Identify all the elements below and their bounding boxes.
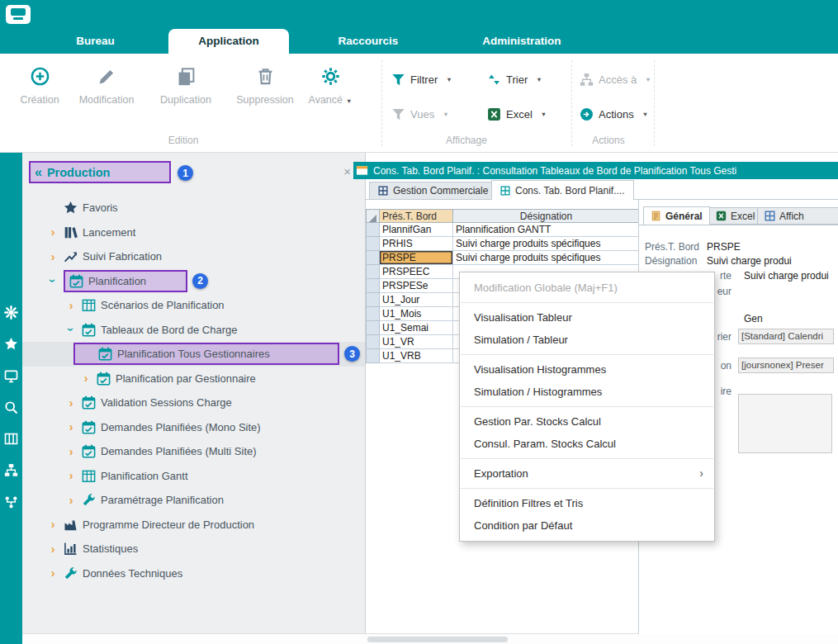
row-selector[interactable] [367, 293, 380, 307]
row-selector[interactable] [367, 223, 380, 237]
desktop-icon[interactable] [4, 369, 18, 383]
tree-item-demandes-planifiees-mono-site[interactable]: Demandes Planifiées (Mono Site) [22, 415, 366, 440]
menu-tab-bureau[interactable]: Bureau [48, 29, 143, 54]
detail-tab-affichage[interactable]: Affich [757, 207, 838, 225]
modification-button[interactable]: Modification [70, 64, 143, 106]
menu-tab-administration[interactable]: Administration [469, 29, 575, 54]
context-menu-item-consul-param-stocks-calcul[interactable]: Consul. Param. Stocks Calcul [460, 433, 714, 455]
column-header-pres-t-bord[interactable]: Prés.T. Bord [380, 210, 453, 223]
cell-code-selected[interactable]: PRSPE [380, 251, 453, 265]
tree-item-donnees-techniques[interactable]: Données Techniques [22, 561, 366, 586]
row-selector[interactable] [367, 321, 380, 335]
excel-button[interactable]: Excel ▼ [487, 102, 547, 125]
cell-code[interactable]: U1_Jour [380, 293, 453, 307]
tab-gestion-commerciale[interactable]: Gestion Commerciale ... [369, 182, 509, 199]
chevron-right-icon[interactable] [65, 299, 77, 312]
condition-field[interactable]: [joursnonex] Preser [738, 358, 834, 373]
cell-code[interactable]: PRSPESe [380, 279, 453, 293]
tree-item-tableaux-bord-charge[interactable]: Tableaux de Bord de Charge [22, 318, 366, 343]
chevron-right-icon[interactable] [47, 518, 59, 531]
row-selector[interactable] [367, 265, 380, 279]
suppression-button[interactable]: Suppression [229, 64, 301, 106]
cell-code[interactable]: PlannifGan [380, 223, 453, 237]
cell-code[interactable]: U1_Mois [380, 307, 453, 321]
workflow-icon[interactable] [4, 495, 18, 509]
tree-item-lancement[interactable]: Lancement [22, 220, 366, 245]
cell-designation[interactable]: Suivi charge produits spécifiques [453, 251, 640, 265]
cell-code[interactable]: U1_VRB [380, 349, 453, 363]
chevron-right-icon[interactable] [47, 566, 59, 580]
modules-gear-icon[interactable] [4, 305, 18, 320]
calendar-field[interactable]: [Standard] Calendri [738, 329, 834, 344]
context-menu-item-simulation-histogrammes[interactable]: Simulation / Histogrammes [460, 381, 714, 403]
context-menu-item-definition-filtres-et-tris[interactable]: Définition Filtres et Tris [460, 492, 714, 514]
detail-tab-general[interactable]: Général [643, 206, 710, 225]
tree-item-validation-sessions-charge[interactable]: Validation Sessions Charge [22, 391, 366, 415]
cell-code[interactable]: U1_Semai [380, 321, 453, 335]
row-selector[interactable] [367, 251, 380, 265]
context-menu-item-simulation-tableur[interactable]: Simulation / Tableur [460, 329, 714, 351]
creation-button[interactable]: Création [3, 64, 76, 106]
table-row[interactable]: PlannifGan Plannification GANTT [367, 223, 640, 237]
tree-item-statistiques[interactable]: Statistiques [22, 537, 366, 561]
row-selector[interactable] [367, 335, 380, 349]
nav-domain-title[interactable]: Production [47, 166, 111, 179]
avance-button[interactable]: Avancé▼ [294, 64, 367, 106]
menu-tab-application[interactable]: Application [168, 29, 289, 54]
chevron-right-icon[interactable] [65, 445, 77, 458]
cell-code[interactable]: PRSPEEC [380, 265, 453, 279]
tree-item-planification-par-gestionnaire[interactable]: Planification par Gestionnaire [22, 367, 366, 391]
hierarchy-icon[interactable] [4, 463, 18, 477]
comment-textarea[interactable] [738, 394, 832, 453]
chevron-down-icon[interactable] [47, 274, 59, 287]
row-selector[interactable] [367, 237, 380, 251]
tree-item-suivi-fabrication[interactable]: Suivi Fabrication [22, 244, 366, 269]
row-selector[interactable] [367, 349, 380, 363]
search-icon[interactable] [4, 400, 18, 414]
chevron-right-icon[interactable] [65, 494, 77, 507]
context-menu-item-visualisation-tableur[interactable]: Visualisation Tableur [460, 306, 714, 329]
context-menu-item-visualisation-histogrammes[interactable]: Visualisation Histogrammes [460, 358, 714, 381]
cell-designation[interactable]: Plannification GANTT [453, 223, 640, 237]
tree-item-planification-tous-gestionnaires[interactable]: Planification Tous Gestionnaires 3 [22, 342, 366, 367]
tree-item-parametrage-planification[interactable]: Paramétrage Planification [22, 488, 366, 513]
chevron-right-icon[interactable] [65, 469, 77, 482]
panels-icon[interactable] [4, 432, 18, 446]
chevron-right-icon[interactable] [47, 250, 59, 263]
chevron-right-icon[interactable] [65, 420, 77, 433]
chevron-right-icon[interactable] [65, 396, 77, 410]
table-corner-cell[interactable] [367, 210, 380, 223]
trier-button[interactable]: Trier ▼ [487, 68, 542, 91]
cell-designation[interactable]: Suivi charge produits spécifiques [453, 237, 640, 251]
table-row[interactable]: PRHIS Suivi charge produits spécifiques [367, 237, 640, 251]
column-header-designation[interactable]: Désignation [453, 210, 640, 223]
detail-tab-excel[interactable]: Excel [708, 207, 762, 225]
actions-button[interactable]: Actions ▼ [580, 102, 648, 125]
duplication-button[interactable]: Duplication [149, 64, 222, 106]
context-menu-item-gestion-par-stocks-calcul[interactable]: Gestion Par. Stocks Calcul [460, 410, 714, 433]
tab-cons-tab-bord-planif[interactable]: Cons. Tab. Bord Planif.... [491, 180, 634, 200]
row-selector[interactable] [367, 279, 380, 293]
filtrer-button[interactable]: Filtrer ▼ [391, 68, 452, 91]
row-selector[interactable] [367, 307, 380, 321]
collapse-panel-icon[interactable]: « [35, 165, 42, 180]
favorites-star-icon[interactable] [4, 337, 18, 351]
acces-a-button[interactable]: Accès à ▼ [580, 68, 651, 91]
horizontal-scrollbar[interactable] [367, 637, 508, 642]
close-panel-icon[interactable]: × [343, 164, 351, 178]
chevron-down-icon[interactable] [65, 323, 77, 336]
tree-item-planification[interactable]: Planification 2 [22, 269, 366, 294]
tree-item-planification-gantt[interactable]: Planification Gantt [22, 464, 366, 489]
tree-item-favoris[interactable]: Favoris [22, 196, 366, 220]
tree-item-demandes-planifiees-multi-site[interactable]: Demandes Planifiées (Multi Site) [22, 439, 366, 464]
chevron-right-icon[interactable] [47, 225, 59, 239]
chevron-right-icon[interactable] [80, 372, 92, 385]
menu-tab-raccourcis[interactable]: Raccourcis [320, 29, 416, 54]
tree-item-programme-directeur[interactable]: Programme Directeur de Production [22, 513, 366, 537]
chevron-right-icon[interactable] [47, 542, 59, 556]
tree-item-scenarios-planification[interactable]: Scénarios de Planification [22, 293, 366, 318]
table-row-selected[interactable]: PRSPE Suivi charge produits spécifiques [367, 251, 640, 265]
context-menu-item-condition-par-defaut[interactable]: Condition par Défaut [460, 514, 714, 537]
vues-button[interactable]: Vues ▼ [391, 102, 449, 125]
context-menu-item-exportation[interactable]: › Exportation [460, 462, 714, 485]
